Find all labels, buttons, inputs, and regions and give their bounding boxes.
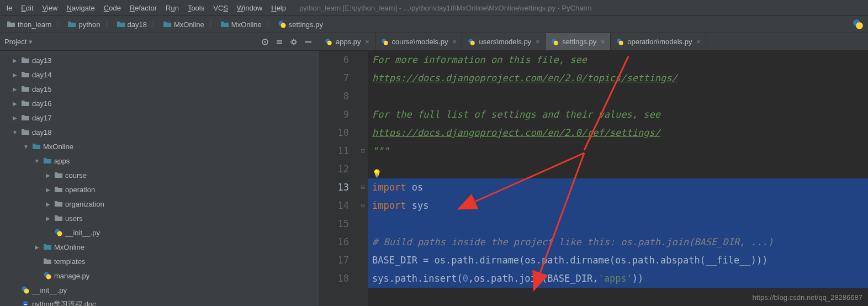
code-line[interactable]: # Build paths inside the project like th…: [368, 233, 868, 251]
collapse-all-icon[interactable]: [273, 35, 286, 49]
svg-point-11: [46, 275, 51, 279]
code-lines[interactable]: For more information on this file, seeht…: [368, 51, 868, 306]
code-editor[interactable]: 6789101112131415161718 ⊟⊟⊟ For more info…: [319, 51, 868, 306]
menu-file[interactable]: le: [2, 2, 17, 14]
tree-label: MxOnline: [43, 143, 73, 151]
breadcrumb-item[interactable]: settings.py: [276, 20, 323, 29]
tree-arrow-icon[interactable]: ▼: [33, 158, 41, 164]
editor-tab[interactable]: settings.py×: [546, 33, 611, 50]
fold-marker[interactable]: [358, 160, 368, 178]
tree-row[interactable]: ▶day17: [0, 110, 319, 125]
fold-marker[interactable]: [358, 270, 368, 288]
tree-arrow-icon[interactable]: ▼: [22, 144, 30, 150]
menu-tools[interactable]: Tools: [183, 2, 209, 14]
code-line[interactable]: 💡: [368, 160, 868, 178]
code-line[interactable]: import sys: [368, 197, 868, 215]
code-line[interactable]: [368, 87, 868, 105]
scroll-from-source-icon[interactable]: [258, 35, 272, 49]
editor-tab[interactable]: apps.py×: [319, 33, 375, 50]
tree-arrow-icon[interactable]: ▶: [11, 57, 19, 64]
fold-marker[interactable]: [358, 69, 368, 87]
tree-arrow-icon[interactable]: ▶: [11, 72, 19, 78]
code-line[interactable]: sys.path.insert(0,os.path.join(BASE_DIR,…: [368, 270, 868, 288]
tree-row[interactable]: ▶organization: [0, 197, 319, 211]
tree-arrow-icon[interactable]: ▶: [44, 215, 52, 221]
tree-row[interactable]: ▼MxOnline: [0, 139, 319, 154]
fold-marker[interactable]: [358, 233, 368, 251]
fold-strip[interactable]: ⊟⊟⊟: [358, 51, 368, 306]
code-line[interactable]: BASE_DIR = os.path.dirname(os.path.dirna…: [368, 251, 868, 270]
close-icon[interactable]: ×: [536, 38, 539, 46]
svg-rect-16: [24, 304, 27, 305]
sidebar-title[interactable]: Project: [4, 38, 27, 46]
fold-marker[interactable]: ⊟: [358, 178, 368, 197]
code-line[interactable]: https://docs.djangoproject.com/en/2.0/re…: [368, 124, 868, 142]
close-icon[interactable]: ×: [452, 38, 456, 46]
tree-row[interactable]: ▶operation: [0, 182, 319, 197]
tree-row[interactable]: ▼apps: [0, 154, 319, 168]
fold-marker[interactable]: ⊟: [358, 197, 368, 215]
tree-arrow-icon[interactable]: ▶: [44, 201, 52, 207]
tree-row[interactable]: templates: [0, 254, 319, 268]
chevron-right-icon: 〉: [266, 19, 273, 29]
tree-row[interactable]: ▶course: [0, 168, 319, 182]
menu-code[interactable]: Code: [99, 2, 125, 14]
breadcrumb-item[interactable]: thon_learn: [4, 20, 51, 29]
hide-sidebar-icon[interactable]: [301, 35, 315, 49]
breadcrumb-item[interactable]: MxOnline: [218, 20, 262, 29]
menu-vcs[interactable]: VCS: [209, 2, 232, 14]
tree-row[interactable]: ▶day16: [0, 96, 319, 110]
menu-refactor[interactable]: Refactor: [125, 2, 161, 14]
close-icon[interactable]: ×: [601, 38, 605, 46]
sidebar-dropdown-icon[interactable]: ▾: [29, 38, 33, 46]
fold-marker[interactable]: ⊟: [358, 142, 368, 160]
code-line[interactable]: For more information on this file, see: [368, 51, 868, 69]
tree-arrow-icon[interactable]: ▶: [11, 115, 19, 121]
tree-arrow-icon[interactable]: ▶: [11, 86, 19, 92]
code-line[interactable]: For the full list of settings and their …: [368, 105, 868, 124]
menu-window[interactable]: Window: [232, 2, 267, 14]
breadcrumb-item[interactable]: day18: [114, 20, 147, 29]
editor-tab[interactable]: operation\models.py×: [611, 33, 706, 50]
close-icon[interactable]: ×: [696, 38, 700, 46]
fold-marker[interactable]: [358, 124, 368, 142]
fold-marker[interactable]: [358, 105, 368, 124]
tree-label: day15: [32, 85, 51, 93]
tree-arrow-icon[interactable]: ▶: [44, 187, 52, 193]
code-line[interactable]: [368, 215, 868, 233]
editor-tab[interactable]: users\models.py×: [462, 33, 546, 50]
menu-help[interactable]: Help: [267, 2, 290, 14]
tree-row[interactable]: __init__.py: [0, 225, 319, 240]
tree-row[interactable]: ▼day18: [0, 125, 319, 139]
code-line[interactable]: https://docs.djangoproject.com/en/2.0/to…: [368, 69, 868, 87]
tree-row[interactable]: ▶users: [0, 211, 319, 225]
tree-row[interactable]: python学习流程.doc: [0, 297, 319, 306]
breadcrumb-item[interactable]: python: [65, 20, 100, 29]
code-line[interactable]: import os: [368, 178, 868, 197]
menu-navigate[interactable]: Navigate: [62, 2, 99, 14]
tree-arrow-icon[interactable]: ▶: [33, 244, 41, 250]
tree-row[interactable]: ▶day14: [0, 67, 319, 82]
fold-marker[interactable]: [358, 251, 368, 270]
code-line[interactable]: """: [368, 142, 868, 160]
close-icon[interactable]: ×: [366, 38, 369, 46]
menu-edit[interactable]: Edit: [17, 2, 38, 14]
fold-marker[interactable]: [358, 215, 368, 233]
tree-arrow-icon[interactable]: ▶: [11, 101, 19, 107]
tree-row[interactable]: ▶MxOnline: [0, 240, 319, 254]
editor-tab[interactable]: course\models.py×: [375, 33, 463, 50]
fold-marker[interactable]: [358, 87, 368, 105]
project-tree[interactable]: ▶day13▶day14▶day15▶day16▶day17▼day18▼MxO…: [0, 51, 319, 306]
breadcrumb-item[interactable]: MxOnline: [161, 20, 204, 29]
fold-marker[interactable]: [358, 51, 368, 69]
watermark: https://blog.csdn.net/qq_28286687: [753, 293, 863, 302]
menu-run[interactable]: Run: [161, 2, 183, 14]
settings-gear-icon[interactable]: [287, 35, 300, 49]
tree-arrow-icon[interactable]: ▼: [11, 129, 19, 135]
tree-row[interactable]: __init__.py: [0, 283, 319, 297]
tree-row[interactable]: ▶day15: [0, 82, 319, 96]
tree-arrow-icon[interactable]: ▶: [44, 172, 52, 178]
tree-row[interactable]: ▶day13: [0, 53, 319, 67]
menu-view[interactable]: View: [38, 2, 62, 14]
tree-row[interactable]: manage.py: [0, 268, 319, 283]
